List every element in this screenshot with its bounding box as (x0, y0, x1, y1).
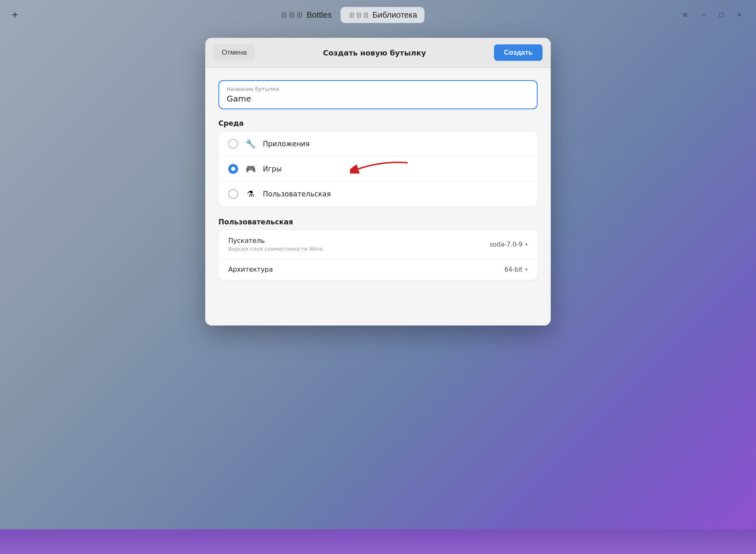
maximize-button[interactable]: □ (713, 7, 730, 23)
arch-dropdown[interactable]: 64-bit ▾ (504, 266, 528, 273)
library-icon: ⫼⫼⫼ (348, 10, 369, 20)
app-title-button[interactable]: ⫼⫼⫼ Bottles (274, 7, 337, 23)
radio-label-apps: Приложения (263, 140, 310, 148)
titlebar-right: ≡ − □ × (677, 7, 748, 23)
runner-dropdown[interactable]: soda-7.0-9 ▾ (490, 241, 528, 248)
minimize-button[interactable]: − (695, 7, 712, 23)
radio-item-games[interactable]: 🎮 Игры (218, 157, 538, 182)
library-label: Библиотека (372, 10, 417, 20)
radio-circle-apps (228, 139, 238, 149)
close-button[interactable]: × (731, 7, 748, 23)
titlebar-center: ⫼⫼⫼ Bottles ⫼⫼⫼ Библиотека (274, 7, 424, 23)
runner-option-desc: Версия слоя совместимости Wine. (228, 246, 324, 252)
create-button[interactable]: Создать (494, 44, 543, 61)
name-input-label: Название бутылки (227, 86, 529, 92)
radio-label-games: Игры (263, 165, 282, 173)
titlebar-left: + (8, 6, 21, 24)
minimize-icon: − (701, 11, 706, 19)
radio-circle-custom (228, 189, 238, 199)
add-button[interactable]: + (8, 6, 21, 24)
close-icon: × (737, 11, 742, 19)
menu-button[interactable]: ≡ (677, 7, 693, 23)
arch-option-left: Архитектура (228, 265, 273, 273)
dialog-header: Отмена Создать новую бутылку Создать (205, 38, 551, 68)
name-input-container[interactable]: Название бутылки Game (218, 80, 538, 109)
titlebar: + ⫼⫼⫼ Bottles ⫼⫼⫼ Библиотека ≡ − □ × (0, 0, 756, 30)
radio-label-custom: Пользовательская (263, 190, 331, 198)
library-button[interactable]: ⫼⫼⫼ Библиотека (341, 7, 424, 23)
dialog-body: Название бутылки Game Среда 🔧 Приложения (205, 68, 551, 325)
menu-icon: ≡ (683, 11, 688, 19)
runner-option-row: Пускатель Версия слоя совместимости Wine… (218, 230, 538, 259)
red-arrow-annotation (350, 159, 416, 179)
environment-section: Среда 🔧 Приложения 🎮 Игры (218, 119, 538, 206)
app-title-label: Bottles (306, 10, 332, 20)
dialog: Отмена Создать новую бутылку Создать Наз… (205, 38, 551, 325)
radio-item-custom[interactable]: ⚗ Пользовательская (218, 182, 538, 206)
radio-item-apps[interactable]: 🔧 Приложения (218, 132, 538, 157)
bottom-bar (0, 529, 756, 554)
arch-option-name: Архитектура (228, 265, 273, 273)
games-icon: 🎮 (245, 164, 256, 174)
custom-section-title: Пользовательская (218, 218, 538, 226)
arch-option-row: Архитектура 64-bit ▾ (218, 259, 538, 280)
name-input-value: Game (227, 94, 529, 104)
custom-options: Пускатель Версия слоя совместимости Wine… (218, 230, 538, 280)
apps-icon: 🔧 (245, 139, 256, 149)
runner-option-left: Пускатель Версия слоя совместимости Wine… (228, 237, 324, 252)
arch-value: 64-bit (504, 266, 522, 273)
custom-icon: ⚗ (245, 189, 256, 199)
runner-option-name: Пускатель (228, 237, 324, 245)
environment-section-title: Среда (218, 119, 538, 127)
runner-value: soda-7.0-9 (490, 241, 523, 248)
cancel-button[interactable]: Отмена (213, 44, 255, 61)
radio-circle-games (228, 164, 238, 174)
app-icon: ⫼⫼⫼ (280, 9, 303, 20)
maximize-icon: □ (719, 11, 724, 19)
custom-section: Пользовательская Пускатель Версия слоя с… (218, 218, 538, 280)
radio-group: 🔧 Приложения 🎮 Игры (218, 132, 538, 206)
arch-dropdown-arrow: ▾ (525, 266, 528, 272)
dialog-title: Создать новую бутылку (323, 48, 426, 57)
runner-dropdown-arrow: ▾ (525, 241, 528, 247)
main-content: Отмена Создать новую бутылку Создать Наз… (0, 30, 756, 529)
